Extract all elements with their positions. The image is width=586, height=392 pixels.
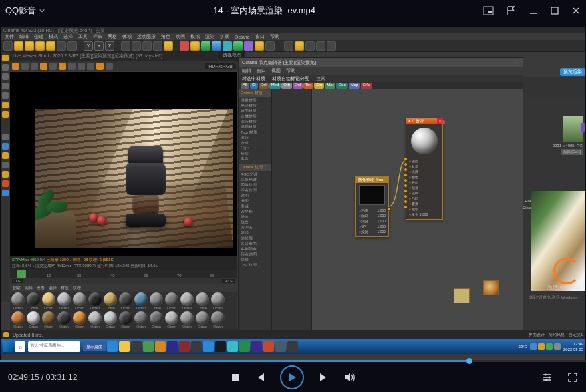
close-icon[interactable] — [571, 6, 581, 15]
texture-thumbnail-node — [454, 288, 470, 303]
svg-rect-3 — [232, 374, 239, 381]
svg-point-5 — [549, 376, 551, 378]
time-display: 02:49:15 / 03:31:12 — [8, 373, 77, 382]
stop-button[interactable] — [231, 373, 240, 382]
c4d-title: Cinema 4D S23 (10 RC) - [渲染预览.c4d *] - 主… — [1, 27, 585, 33]
blue-badge: 预览渲染 — [560, 68, 585, 76]
app-name[interactable]: QQ影音 — [5, 5, 45, 17]
maximize-icon[interactable] — [550, 6, 559, 15]
node-canvas: ● 广告牌 × ○ 镜面○ 材质○ 光泽○ 粗糙○ 各向○ 散射○ 法线○ 凸凹… — [312, 89, 523, 344]
volume-button[interactable] — [344, 372, 356, 383]
svg-rect-1 — [488, 11, 492, 13]
video-content: Cinema 4D S23 (10 RC) - [渲染预览.c4d *] - 主… — [1, 27, 585, 362]
pip-icon[interactable] — [483, 5, 494, 16]
node-editor-window: Octane 节点编辑器 [主要][渲染预览] —□✕ 编辑窗口视图帮助 对选中… — [238, 57, 523, 345]
render-status: SPP/Max 4959 0/4 三角形 1200... 网格: 38 纹理: … — [10, 256, 237, 270]
c4d-menubar: 文件编辑创建模式选择工具样条网格体积运动图形角色动画模拟渲染扩展Octane窗口… — [1, 33, 585, 40]
c4d-left-tools — [1, 52, 10, 302]
flag-icon[interactable] — [506, 5, 517, 16]
prev-button[interactable] — [255, 372, 265, 383]
c4d-toolbar: XYZ — [1, 40, 585, 52]
windows-taskbar: ⌕ 搜人/搜应用/看热... 显示桌面 29°C 17:492022 09 05 — [1, 339, 585, 354]
chevron-down-icon — [39, 7, 45, 14]
node-min-icon: — — [486, 58, 498, 67]
settings-button[interactable] — [542, 372, 553, 383]
live-viewer-title: Live Viewer Studio 2020.2.3-R3 [主要][渲染预览… — [10, 52, 238, 61]
timeline: 5102540557085 0 F90 F — [10, 270, 237, 284]
image-texture-node: 图像纹理 [Ima ○ 功率 1.000○ 伽马 1.000○ 混合 1.000… — [355, 176, 389, 237]
play-button[interactable] — [280, 365, 304, 389]
svg-point-6 — [546, 379, 548, 381]
material-browser: 创建编辑查看选择材质纹理 OctanOctanOctanOctanOctanOc… — [10, 284, 237, 330]
fullscreen-button[interactable] — [567, 372, 578, 383]
svg-point-4 — [545, 373, 547, 375]
live-viewer-toolbar: HDR/sRGB 透视视图 — [10, 61, 238, 71]
render-viewport — [10, 72, 237, 256]
node-close-icon: ✕ — [510, 58, 523, 67]
node-max-icon: □ — [498, 58, 510, 67]
texture-thumbnail-node — [483, 280, 499, 295]
window-title: 14 - 室内场景渲染_ev.mp4 — [45, 5, 483, 17]
c4d-statusbar: Updated 8 ms. 界面设计 简约风格 自定义1 — [1, 330, 585, 339]
material-node: ● 广告牌 × ○ 镜面○ 材质○ 光泽○ 粗糙○ 各向○ 散射○ 法线○ 凸凹… — [406, 118, 443, 220]
minimize-icon[interactable] — [529, 6, 538, 15]
svg-rect-2 — [551, 7, 558, 14]
next-button[interactable] — [319, 372, 329, 383]
